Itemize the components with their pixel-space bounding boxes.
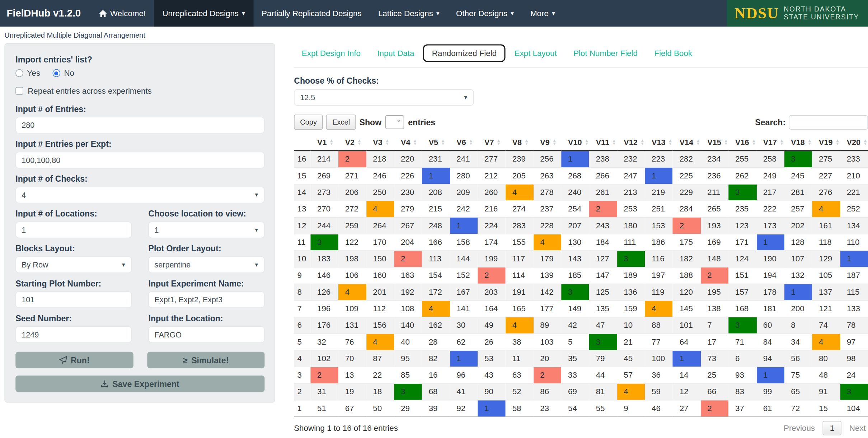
location-input[interactable]: FARGO — [148, 326, 264, 343]
radio-yes-circle-icon[interactable] — [15, 69, 23, 77]
repeat-entries-checkbox[interactable] — [15, 87, 23, 95]
table-row: 1327027242792152422162742372542253251284… — [294, 200, 868, 217]
ndsu-logo: NDSU NORTH DAKOTA STATE UNIVERSITY — [727, 0, 868, 27]
column-header-v6[interactable]: V6▲▼ — [450, 135, 478, 150]
radio-no-circle-icon[interactable] — [52, 69, 60, 77]
column-header-v14[interactable]: V14▲▼ — [673, 135, 701, 150]
nav-item-lattice-designs[interactable]: Lattice Designs▾ — [370, 0, 448, 27]
page-length-select[interactable] — [385, 115, 404, 129]
table-cell: 204 — [394, 234, 422, 250]
page-title: Unreplicated Multiple Diagonal Arrangeme… — [4, 31, 145, 39]
table-cell: 28 — [422, 334, 450, 350]
table-row: 7196109112108414116416517714913515941451… — [294, 300, 868, 317]
tab-randomized-field[interactable]: Randomized Field — [423, 44, 506, 62]
seed-number-input[interactable]: 1249 — [15, 326, 132, 343]
table-cell: 166 — [422, 234, 450, 250]
next-page-button[interactable]: Next — [849, 423, 866, 432]
table-cell: 239 — [506, 151, 534, 167]
column-header-v1[interactable]: V1▲▼ — [310, 135, 338, 150]
table-cell: 117 — [506, 250, 534, 267]
nav-item-welcome[interactable]: Welcome! — [91, 0, 154, 27]
app-brand[interactable]: FielDHub v1.2.0 — [0, 0, 91, 27]
table-cell: 112 — [366, 300, 394, 317]
column-header-v8[interactable]: V8▲▼ — [506, 135, 534, 150]
radio-no[interactable]: No — [52, 69, 74, 78]
copy-button[interactable]: Copy — [294, 115, 323, 130]
excel-button[interactable]: Excel — [326, 115, 356, 130]
num-checks-select[interactable]: 4 — [15, 187, 264, 203]
save-experiment-button[interactable]: Save Experiment — [15, 376, 264, 392]
num-entries-input[interactable]: 280 — [15, 117, 264, 134]
starting-plot-input[interactable]: 101 — [15, 291, 132, 308]
caret-down-icon: ▾ — [436, 10, 440, 17]
table-cell: 8 — [784, 317, 812, 333]
num-locations-input[interactable]: 1 — [15, 222, 132, 238]
table-cell: 106 — [338, 267, 366, 284]
tab-field-book[interactable]: Field Book — [647, 46, 700, 61]
table-cell: 79 — [589, 350, 617, 367]
table-cell: 43 — [478, 367, 506, 383]
table-cell: 192 — [394, 284, 422, 300]
column-header-v2[interactable]: V2▲▼ — [338, 135, 366, 150]
nav-item-other-designs[interactable]: Other Designs▾ — [448, 0, 522, 27]
table-cell: 249 — [756, 167, 784, 184]
tab-expt-layout[interactable]: Expt Layout — [507, 46, 564, 61]
nav-item-unreplicated-designs[interactable]: Unreplicated Designs▾ — [154, 0, 253, 27]
column-header-v17[interactable]: V17▲▼ — [756, 135, 784, 150]
table-cell: 34 — [784, 334, 812, 350]
simulate-button[interactable]: ≥ Simulate! — [147, 352, 265, 368]
blocks-layout-select[interactable]: By Row — [15, 256, 132, 273]
search-input[interactable] — [789, 115, 868, 129]
table-cell: 164 — [478, 300, 506, 317]
column-header-v13[interactable]: V13▲▼ — [645, 135, 673, 150]
tab-input-data[interactable]: Input Data — [370, 46, 422, 61]
tab-plot-number-field[interactable]: Plot Number Field — [566, 46, 645, 61]
column-header-v12[interactable]: V12▲▼ — [617, 135, 645, 150]
table-cell: 261 — [589, 184, 617, 200]
download-icon — [101, 380, 109, 388]
sort-icon: ▲▼ — [525, 139, 529, 146]
nav-item-more[interactable]: More▾ — [522, 0, 563, 27]
tab-expt-design-info[interactable]: Expt Design Info — [294, 46, 368, 61]
view-location-select[interactable]: 1 — [148, 222, 264, 238]
previous-page-button[interactable]: Previous — [784, 423, 815, 432]
table-cell: 242 — [450, 200, 478, 217]
column-header-v16[interactable]: V16▲▼ — [728, 135, 756, 150]
row-label-header[interactable] — [294, 135, 310, 150]
row-label: 2 — [294, 383, 310, 400]
checks-pct-select[interactable]: 12.5 — [294, 89, 474, 106]
column-header-v7[interactable]: V7▲▼ — [478, 135, 506, 150]
column-header-v19[interactable]: V19▲▼ — [812, 135, 840, 150]
column-header-v3[interactable]: V3▲▼ — [366, 135, 394, 150]
plot-order-select[interactable]: serpentine — [148, 256, 264, 273]
table-cell: 196 — [310, 300, 338, 317]
table-cell: 113 — [422, 250, 450, 267]
page-1-button[interactable]: 1 — [823, 421, 842, 435]
table-cell: 109 — [338, 300, 366, 317]
table-cell: 12 — [673, 383, 701, 400]
column-header-v4[interactable]: V4▲▼ — [394, 135, 422, 150]
column-header-v5[interactable]: V5▲▼ — [422, 135, 450, 150]
expt-name-input[interactable]: Expt1, Expt2, Expt3 — [148, 291, 264, 308]
radio-yes[interactable]: Yes — [15, 69, 40, 78]
table-cell: 33 — [561, 367, 589, 383]
column-header-v18[interactable]: V18▲▼ — [784, 135, 812, 150]
table-cell: 122 — [338, 234, 366, 250]
column-header-v9[interactable]: V9▲▼ — [534, 135, 562, 150]
table-info: Showing 1 to 16 of 16 entries — [294, 423, 398, 432]
column-header-v11[interactable]: V11▲▼ — [589, 135, 617, 150]
run-button[interactable]: Run! — [15, 352, 133, 368]
table-cell: 271 — [338, 167, 366, 184]
column-header-v20[interactable]: V20▲▼ — [840, 135, 868, 150]
entries-per-expt-input[interactable]: 100,100,80 — [15, 152, 264, 168]
table-cell: 83 — [728, 383, 756, 400]
table-cell: 225 — [673, 167, 701, 184]
column-header-v10[interactable]: V10▲▼ — [561, 135, 589, 150]
table-cell: 272 — [338, 200, 366, 217]
caret-down-icon: ▾ — [552, 10, 555, 17]
table-cell: 174 — [478, 234, 506, 250]
row-label: 8 — [294, 284, 310, 300]
table-cell: 275 — [812, 151, 840, 167]
nav-item-partially-replicated-designs[interactable]: Partially Replicated Designs — [253, 0, 370, 27]
column-header-v15[interactable]: V15▲▼ — [701, 135, 729, 150]
